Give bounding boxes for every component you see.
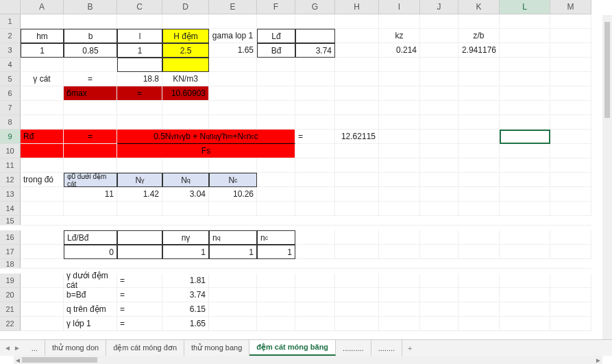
cell[interactable]: [500, 29, 550, 43]
cell[interactable]: [420, 158, 458, 173]
cell[interactable]: [550, 115, 591, 130]
cell[interactable]: 1.81: [162, 274, 209, 288]
cell[interactable]: [500, 173, 550, 187]
cell[interactable]: nγ: [162, 230, 209, 245]
cell[interactable]: [295, 14, 335, 29]
cell[interactable]: [458, 245, 500, 259]
cell[interactable]: [420, 317, 458, 331]
cell[interactable]: [379, 202, 420, 216]
cell[interactable]: [458, 14, 500, 29]
cell[interactable]: γ dưới đệm cát: [64, 274, 117, 288]
cell[interactable]: 0.85: [64, 43, 117, 58]
cell[interactable]: 1.65: [162, 317, 209, 331]
cell[interactable]: [379, 101, 420, 115]
cell[interactable]: [335, 101, 379, 115]
cell[interactable]: [379, 72, 420, 86]
col-E[interactable]: E: [209, 0, 257, 14]
cell[interactable]: [64, 144, 117, 158]
cell[interactable]: [162, 115, 209, 130]
scroll-thumb[interactable]: [22, 357, 97, 363]
cell[interactable]: Lđ: [257, 29, 295, 43]
cell[interactable]: Nγ: [117, 173, 162, 187]
cell[interactable]: [209, 14, 257, 29]
row-13[interactable]: 13: [0, 187, 21, 202]
tab-extra-2[interactable]: ........: [371, 340, 402, 356]
cell[interactable]: 1.42: [117, 187, 162, 202]
cell[interactable]: 1: [209, 245, 257, 259]
vscroll-thumb[interactable]: [604, 22, 610, 118]
cell[interactable]: [379, 58, 420, 72]
cell[interactable]: [550, 245, 591, 259]
scroll-left-icon[interactable]: ◄: [14, 356, 22, 364]
col-H[interactable]: H: [335, 0, 379, 14]
cell[interactable]: [21, 158, 64, 173]
tab-extra-1[interactable]: ..........: [336, 340, 371, 356]
cell[interactable]: [458, 317, 500, 331]
row-2[interactable]: 2: [0, 29, 21, 43]
cell[interactable]: [420, 274, 458, 288]
cell[interactable]: Rđ: [21, 130, 64, 144]
cell[interactable]: [335, 14, 379, 29]
cell[interactable]: [162, 202, 209, 216]
cell[interactable]: [162, 14, 209, 29]
cell[interactable]: [500, 317, 550, 331]
row-14[interactable]: 14: [0, 202, 21, 216]
formula-denominator[interactable]: Fs: [117, 144, 295, 158]
cell[interactable]: [458, 230, 500, 245]
row-7[interactable]: 7: [0, 101, 21, 115]
cell[interactable]: [379, 274, 420, 288]
tab-dem-cat-mong-don[interactable]: đệm cát móng đơn: [106, 340, 184, 356]
cell[interactable]: [295, 288, 335, 302]
cell[interactable]: [21, 230, 64, 245]
cell[interactable]: =: [117, 302, 162, 317]
cell[interactable]: [21, 288, 64, 302]
cell[interactable]: [162, 58, 209, 72]
cell[interactable]: [117, 14, 162, 29]
cell[interactable]: [257, 274, 295, 288]
cell[interactable]: [335, 173, 379, 187]
cell[interactable]: γ lớp 1: [64, 317, 117, 331]
cell[interactable]: [21, 317, 64, 331]
cell[interactable]: [379, 86, 420, 101]
cell[interactable]: [335, 86, 379, 101]
cell[interactable]: [379, 288, 420, 302]
row-18[interactable]: 18: [0, 259, 21, 268]
cell[interactable]: [21, 187, 64, 202]
tab-nav-first-icon[interactable]: ◄: [4, 344, 11, 352]
cell[interactable]: [209, 317, 257, 331]
cell[interactable]: [295, 86, 335, 101]
row-21[interactable]: 21: [0, 302, 21, 317]
cell[interactable]: [500, 144, 550, 158]
row-10[interactable]: 10: [0, 144, 21, 158]
cell[interactable]: [379, 187, 420, 202]
cell[interactable]: [500, 115, 550, 130]
cell[interactable]: [209, 101, 257, 115]
cell[interactable]: =: [117, 86, 162, 101]
cell[interactable]: [420, 144, 458, 158]
cell[interactable]: [500, 202, 550, 216]
cell[interactable]: [550, 158, 591, 173]
cell[interactable]: [64, 158, 117, 173]
cell[interactable]: 3.74: [295, 43, 335, 58]
cell[interactable]: [257, 158, 295, 173]
cell[interactable]: [420, 230, 458, 245]
cell[interactable]: b=Bđ: [64, 288, 117, 302]
cell[interactable]: [21, 101, 64, 115]
cell[interactable]: [458, 72, 500, 86]
cell[interactable]: [209, 72, 257, 86]
row-1[interactable]: 1: [0, 14, 21, 29]
cell[interactable]: Nc: [209, 173, 257, 187]
cell[interactable]: [420, 43, 458, 58]
cell[interactable]: Nq: [162, 173, 209, 187]
cell[interactable]: [335, 230, 379, 245]
cell[interactable]: 3.74: [162, 288, 209, 302]
cell[interactable]: [550, 302, 591, 317]
cell[interactable]: [295, 72, 335, 86]
cell[interactable]: [117, 58, 162, 72]
cell[interactable]: [257, 317, 295, 331]
cell[interactable]: 3.04: [162, 187, 209, 202]
cell[interactable]: [550, 144, 591, 158]
row-19[interactable]: 19: [0, 274, 21, 288]
row-11[interactable]: 11: [0, 158, 21, 173]
col-B[interactable]: B: [64, 0, 117, 14]
